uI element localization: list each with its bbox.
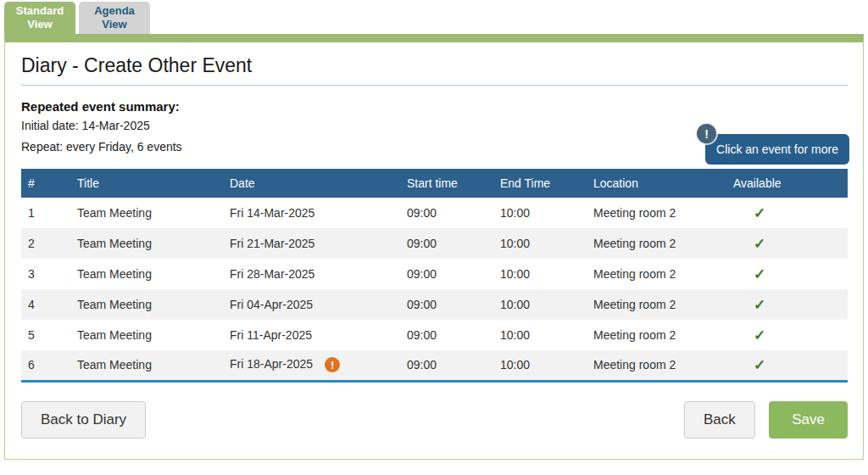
cell-num: 5 <box>21 320 70 350</box>
cell-date: Fri 28-Mar-2025 <box>223 259 400 289</box>
footer-right-group: Back Save <box>684 401 848 439</box>
cell-num: 2 <box>21 228 70 259</box>
back-button[interactable]: Back <box>684 401 755 439</box>
cell-title: Team Meeting <box>70 259 223 289</box>
cell-start-time: 09:00 <box>400 320 493 350</box>
view-tabs: Standard View Agenda View <box>4 2 868 34</box>
tab-standard-view[interactable]: Standard View <box>4 2 75 34</box>
cell-date: Fri 14-Mar-2025 <box>223 198 400 228</box>
cell-title: Team Meeting <box>70 350 223 381</box>
save-button[interactable]: Save <box>769 401 848 439</box>
cell-start-time: 09:00 <box>400 259 493 289</box>
check-icon: ✓ <box>754 236 765 252</box>
check-icon: ✓ <box>754 266 765 282</box>
warning-icon: ! <box>325 357 340 372</box>
summary-heading: Repeated event summary: <box>21 99 848 114</box>
header-num: # <box>21 169 70 198</box>
cell-end-time: 10:00 <box>493 198 587 228</box>
cell-num: 6 <box>21 350 70 381</box>
cell-location: Meeting room 2 <box>587 320 726 350</box>
cell-start-time: 09:00 <box>400 228 493 259</box>
cell-available: ✓ <box>726 228 848 259</box>
cell-end-time: 10:00 <box>493 259 587 289</box>
info-icon: ! <box>697 124 716 143</box>
cell-location: Meeting room 2 <box>587 259 726 289</box>
header-location: Location <box>587 169 726 198</box>
header-available: Available <box>726 169 848 198</box>
cell-end-time: 10:00 <box>493 228 587 259</box>
click-event-tooltip[interactable]: ! Click an event for more <box>705 134 849 165</box>
cell-title: Team Meeting <box>70 228 223 259</box>
check-icon: ✓ <box>754 297 765 313</box>
header-title: Title <box>70 169 223 198</box>
cell-title: Team Meeting <box>70 320 223 350</box>
page-title: Diary - Create Other Event <box>21 54 848 77</box>
cell-start-time: 09:00 <box>400 350 493 381</box>
cell-start-time: 09:00 <box>400 198 493 228</box>
cell-title: Team Meeting <box>70 289 223 320</box>
header-date: Date <box>223 169 400 198</box>
cell-end-time: 10:00 <box>493 320 587 350</box>
header-end-time: End Time <box>493 169 587 198</box>
cell-title: Team Meeting <box>70 198 223 228</box>
event-row[interactable]: 4 Team Meeting Fri 04-Apr-2025 09:00 10:… <box>21 289 848 320</box>
cell-location: Meeting room 2 <box>587 350 726 381</box>
event-row[interactable]: 1 Team Meeting Fri 14-Mar-2025 09:00 10:… <box>21 198 848 228</box>
footer-actions: Back to Diary Back Save <box>21 401 848 439</box>
cell-num: 4 <box>21 289 70 320</box>
tooltip-label: Click an event for more <box>716 142 838 156</box>
cell-date: Fri 18-Apr-2025! <box>223 350 400 381</box>
diary-page: Diary - Create Other Event Repeated even… <box>4 34 864 460</box>
table-header-row: # Title Date Start time End Time Locatio… <box>21 169 848 198</box>
cell-location: Meeting room 2 <box>587 289 726 320</box>
header-start-time: Start time <box>400 169 493 198</box>
cell-available: ✓ <box>726 320 848 350</box>
summary-initial-date: Initial date: 14-Mar-2025 <box>21 119 848 132</box>
cell-location: Meeting room 2 <box>587 198 726 228</box>
check-icon: ✓ <box>754 205 765 221</box>
cell-date: Fri 21-Mar-2025 <box>223 228 400 259</box>
cell-available: ✓ <box>726 350 848 381</box>
cell-num: 3 <box>21 259 70 289</box>
cell-date-text: Fri 18-Apr-2025 <box>230 357 313 371</box>
check-icon: ✓ <box>754 327 765 344</box>
title-divider <box>21 85 848 86</box>
event-row[interactable]: 2 Team Meeting Fri 21-Mar-2025 09:00 10:… <box>21 228 848 259</box>
event-row[interactable]: 5 Team Meeting Fri 11-Apr-2025 09:00 10:… <box>21 320 848 350</box>
event-row[interactable]: 3 Team Meeting Fri 28-Mar-2025 09:00 10:… <box>21 259 848 289</box>
cell-num: 1 <box>21 198 70 228</box>
check-icon: ✓ <box>754 357 765 373</box>
cell-date: Fri 11-Apr-2025 <box>223 320 400 350</box>
cell-date: Fri 04-Apr-2025 <box>223 289 400 320</box>
event-row[interactable]: 6 Team Meeting Fri 18-Apr-2025! 09:00 10… <box>21 350 848 381</box>
cell-available: ✓ <box>726 289 848 320</box>
cell-available: ✓ <box>726 259 848 289</box>
cell-available: ✓ <box>726 198 848 228</box>
back-to-diary-button[interactable]: Back to Diary <box>21 401 146 439</box>
cell-end-time: 10:00 <box>493 289 587 320</box>
tab-agenda-view[interactable]: Agenda View <box>79 2 150 34</box>
cell-location: Meeting room 2 <box>587 228 726 259</box>
cell-end-time: 10:00 <box>493 350 587 381</box>
cell-start-time: 09:00 <box>400 289 493 320</box>
repeated-events-table: # Title Date Start time End Time Locatio… <box>21 169 848 383</box>
